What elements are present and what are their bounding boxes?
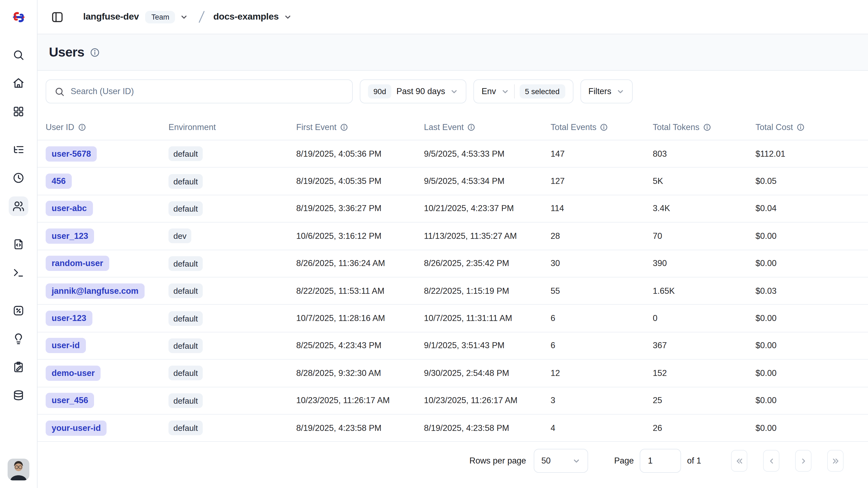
sidebar-toggle-button[interactable]: [51, 10, 64, 23]
column-header-total-cost[interactable]: Total Cost: [755, 122, 860, 132]
user-id-badge[interactable]: user-123: [45, 311, 92, 326]
info-icon[interactable]: [703, 123, 711, 131]
chevron-down-icon: [180, 13, 188, 21]
environment-filter-button[interactable]: Env 5 selected: [473, 80, 573, 103]
sidebar-rail: [0, 0, 37, 488]
user-id-badge[interactable]: 456: [45, 174, 72, 189]
sidebar-item-prompts[interactable]: [9, 234, 28, 254]
total-events-cell: 30: [551, 259, 653, 268]
last-event-cell: 8/19/2025, 4:23:58 PM: [424, 423, 551, 433]
info-icon[interactable]: [600, 123, 608, 131]
first-event-cell: 8/19/2025, 4:05:36 PM: [296, 149, 424, 159]
total-events-cell: 147: [551, 149, 653, 159]
last-event-cell: 9/5/2025, 4:53:34 PM: [424, 176, 551, 186]
langfuse-logo-icon: [11, 11, 26, 23]
app-root: langfuse-dev Team docs-examples Users: [0, 0, 868, 488]
table-row[interactable]: user-id default 8/25/2025, 4:23:43 PM 9/…: [37, 332, 868, 360]
user-id-badge[interactable]: user-5678: [45, 146, 97, 161]
environment-badge: default: [168, 174, 203, 189]
last-page-button[interactable]: [827, 450, 843, 472]
table-header-row: User ID Environment First Event Last Eve…: [37, 115, 868, 140]
first-event-cell: 8/26/2025, 11:36:24 AM: [296, 259, 424, 268]
table-row[interactable]: user_123 dev 10/6/2025, 3:16:12 PM 11/13…: [37, 223, 868, 250]
column-header-total-events[interactable]: Total Events: [551, 122, 653, 132]
info-icon[interactable]: [340, 123, 348, 131]
page-title-info-icon[interactable]: [90, 48, 99, 57]
date-range-button[interactable]: 90d Past 90 days: [360, 80, 466, 103]
project-switcher-button[interactable]: [283, 13, 291, 21]
sidebar-item-search[interactable]: [9, 45, 28, 65]
env-filter-label: Env: [482, 86, 496, 96]
last-event-cell: 8/26/2025, 2:35:42 PM: [424, 259, 551, 268]
page-number-input[interactable]: [640, 449, 681, 473]
total-cost-cell: $0.04: [755, 204, 860, 213]
search-icon: [12, 49, 25, 61]
total-tokens-cell: 803: [653, 149, 755, 159]
user-avatar[interactable]: [8, 459, 29, 480]
info-icon[interactable]: [78, 123, 86, 131]
total-events-cell: 55: [551, 286, 653, 296]
search-box[interactable]: [45, 80, 353, 103]
project-name[interactable]: docs-examples: [213, 11, 279, 22]
search-input[interactable]: [71, 86, 344, 96]
sidebar-item-users[interactable]: [9, 196, 28, 216]
table-row[interactable]: 456 default 8/19/2025, 4:05:35 PM 9/5/20…: [37, 168, 868, 195]
total-cost-cell: $0.00: [755, 341, 860, 351]
org-name[interactable]: langfuse-dev: [83, 11, 139, 22]
total-tokens-cell: 26: [653, 423, 755, 433]
info-icon[interactable]: [468, 123, 475, 131]
sidebar-item-datasets[interactable]: [9, 386, 28, 405]
column-header-last-event[interactable]: Last Event: [424, 122, 551, 132]
first-event-cell: 10/23/2025, 11:26:17 AM: [296, 396, 424, 405]
column-header-user-id[interactable]: User ID: [45, 122, 168, 132]
total-tokens-cell: 3.4K: [653, 204, 755, 213]
user-id-badge[interactable]: user-id: [45, 338, 86, 353]
sidebar-item-tracing[interactable]: [9, 140, 28, 160]
user-id-badge[interactable]: user_123: [45, 229, 94, 244]
chevron-down-icon: [572, 457, 581, 465]
table-row[interactable]: user-5678 default 8/19/2025, 4:05:36 PM …: [37, 140, 868, 168]
total-cost-cell: $0.00: [755, 313, 860, 323]
table-row[interactable]: demo-user default 8/28/2025, 9:32:30 AM …: [37, 360, 868, 387]
total-tokens-cell: 70: [653, 231, 755, 241]
org-switcher-button[interactable]: [180, 13, 188, 21]
table-row[interactable]: user_456 default 10/23/2025, 11:26:17 AM…: [37, 387, 868, 414]
first-event-cell: 8/25/2025, 4:23:43 PM: [296, 341, 424, 351]
column-header-environment[interactable]: Environment: [168, 122, 296, 132]
column-header-first-event[interactable]: First Event: [296, 122, 424, 132]
table-row[interactable]: your-user-id default 8/19/2025, 4:23:58 …: [37, 414, 868, 442]
rows-per-page-value: 50: [541, 456, 551, 466]
sidebar-item-insights[interactable]: [9, 329, 28, 349]
langfuse-logo[interactable]: [0, 0, 37, 34]
info-icon[interactable]: [797, 123, 804, 131]
user-id-badge[interactable]: jannik@langfuse.com: [45, 283, 145, 298]
total-cost-cell: $0.00: [755, 423, 860, 433]
next-page-button[interactable]: [795, 450, 811, 472]
chevron-down-icon: [283, 13, 291, 21]
user-id-badge[interactable]: user-abc: [45, 201, 93, 216]
table-row[interactable]: jannik@langfuse.com default 8/22/2025, 1…: [37, 278, 868, 305]
sidebar-item-annotation[interactable]: [9, 357, 28, 377]
last-event-cell: 10/23/2025, 11:26:17 AM: [424, 396, 551, 405]
table-row[interactable]: user-abc default 8/19/2025, 3:36:27 PM 1…: [37, 195, 868, 223]
sidebar-item-playground[interactable]: [9, 263, 28, 282]
pagination-bar: Rows per page 50 Page of 1: [37, 442, 868, 488]
sidebar-item-sessions[interactable]: [9, 168, 28, 188]
home-icon: [12, 77, 25, 89]
column-header-total-tokens[interactable]: Total Tokens: [653, 122, 755, 132]
sidebar-item-dashboards[interactable]: [9, 102, 28, 121]
user-id-badge[interactable]: your-user-id: [45, 420, 107, 435]
sidebar-item-evaluation[interactable]: [9, 301, 28, 320]
user-id-badge[interactable]: random-user: [45, 256, 109, 271]
rows-per-page-label: Rows per page: [469, 456, 526, 466]
filters-button[interactable]: Filters: [580, 80, 632, 103]
user-id-badge[interactable]: demo-user: [45, 366, 101, 381]
total-cost-cell: $0.03: [755, 286, 860, 296]
table-row[interactable]: random-user default 8/26/2025, 11:36:24 …: [37, 250, 868, 278]
previous-page-button[interactable]: [763, 450, 779, 472]
user-id-badge[interactable]: user_456: [45, 393, 94, 408]
sidebar-item-home[interactable]: [9, 74, 28, 93]
table-row[interactable]: user-123 default 10/7/2025, 11:28:16 AM …: [37, 305, 868, 333]
first-page-button[interactable]: [731, 450, 747, 472]
rows-per-page-select[interactable]: 50: [534, 449, 588, 473]
